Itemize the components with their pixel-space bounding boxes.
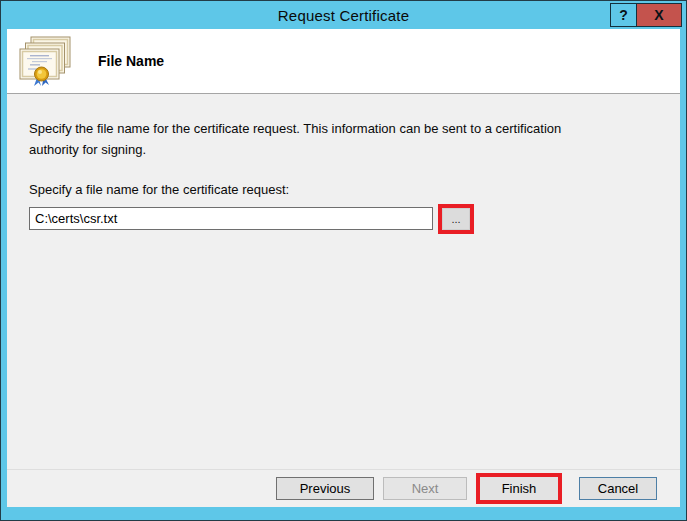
- close-button[interactable]: X: [636, 3, 682, 27]
- help-button[interactable]: ?: [610, 3, 637, 27]
- browse-button[interactable]: ...: [442, 208, 470, 230]
- button-bar: Previous Next Finish Cancel: [7, 469, 680, 507]
- next-button: Next: [383, 477, 467, 500]
- titlebar[interactable]: Request Certificate ? X: [1, 1, 686, 29]
- file-name-label: Specify a file name for the certificate …: [29, 182, 658, 197]
- browse-button-highlight: ...: [438, 204, 474, 234]
- wizard-header: File Name: [7, 29, 680, 94]
- caption-buttons: ? X: [610, 3, 682, 27]
- help-icon: ?: [619, 7, 628, 23]
- previous-button[interactable]: Previous: [276, 477, 374, 500]
- page-title: File Name: [98, 53, 164, 69]
- page-content: Specify the file name for the certificat…: [7, 94, 680, 469]
- finish-button-highlight: Finish: [476, 473, 562, 504]
- close-icon: X: [654, 7, 663, 23]
- dialog-body: File Name Specify the file name for the …: [7, 29, 680, 507]
- window-title: Request Certificate: [278, 7, 409, 24]
- cancel-button[interactable]: Cancel: [579, 477, 657, 500]
- certificates-icon: [18, 35, 72, 87]
- finish-button[interactable]: Finish: [480, 477, 558, 500]
- file-name-input[interactable]: [29, 207, 433, 230]
- request-certificate-dialog: Request Certificate ? X: [0, 0, 687, 521]
- file-name-row: ...: [29, 204, 658, 234]
- description-text: Specify the file name for the certificat…: [29, 119, 604, 161]
